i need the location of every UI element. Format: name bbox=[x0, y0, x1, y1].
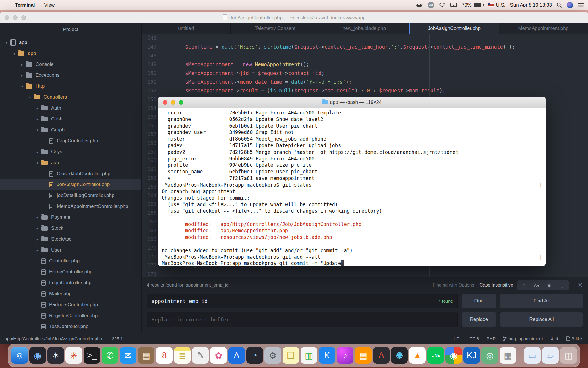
dock-activity-monitor-icon[interactable]: ◔ bbox=[246, 347, 263, 364]
close-find-panel-icon[interactable]: ✕ bbox=[578, 281, 583, 289]
dock-launchpad-icon[interactable]: ✶ bbox=[47, 347, 64, 364]
tree-file-controller-php[interactable]: Controller.php bbox=[0, 256, 141, 267]
dock-textedit-icon[interactable]: ✎ bbox=[192, 347, 209, 364]
notification-center-icon[interactable] bbox=[578, 3, 584, 7]
dock-photos-icon[interactable]: ✿ bbox=[210, 347, 227, 364]
tree-folder-stock[interactable]: ▸Stock bbox=[0, 223, 141, 234]
airplay-icon[interactable] bbox=[450, 3, 457, 8]
terminal-line: master df866054 Model_new_jobs add phone bbox=[162, 136, 542, 142]
dock-books-icon[interactable]: ▤ bbox=[355, 347, 372, 364]
dock-journal-icon[interactable]: ▤ bbox=[138, 347, 154, 364]
input-source-menu[interactable]: U.S. bbox=[488, 2, 505, 8]
regex-option-button[interactable]: .* bbox=[517, 280, 530, 290]
tree-file-mailer-php[interactable]: Mailer.php bbox=[0, 288, 141, 299]
tree-folder-auth[interactable]: ▸Auth bbox=[0, 103, 141, 114]
tree-file-jobassigncontroller-php[interactable]: JobAssignController.php bbox=[0, 179, 141, 190]
wifi-icon[interactable] bbox=[439, 3, 446, 8]
tree-file-memoappointmentcontroller-php[interactable]: MemoAppointmentController.php bbox=[0, 201, 141, 212]
terminal-window-title: app — -bash — 119×24 bbox=[158, 99, 546, 105]
tab-jobassigncontroller-php[interactable]: JobAssignController.php bbox=[409, 23, 499, 34]
cursor-position[interactable]: 225:1 bbox=[112, 336, 123, 341]
dock-line-icon[interactable]: LINE bbox=[427, 347, 444, 364]
git-pull-indicator[interactable]: ⬇ bbox=[550, 336, 554, 341]
tree-folder-graph[interactable]: ▾Graph bbox=[0, 124, 141, 135]
dock-kidbright-ide-icon[interactable]: KJ bbox=[463, 347, 480, 364]
tree-folder-console[interactable]: ▸Console bbox=[0, 59, 141, 70]
spotlight-search-icon[interactable] bbox=[556, 2, 562, 8]
find-button[interactable]: Find bbox=[462, 294, 496, 308]
dock-grid-app-icon[interactable]: ▦ bbox=[500, 347, 516, 364]
menu-app-name[interactable]: Terminal bbox=[11, 0, 38, 10]
tree-folder-controllers[interactable]: ▾Controllers bbox=[0, 92, 141, 103]
tab-untitled[interactable]: untitled bbox=[142, 23, 231, 34]
dock-finder-icon[interactable]: ☺ bbox=[11, 347, 28, 364]
find-all-button[interactable]: Find All bbox=[500, 294, 583, 308]
selection-option-button[interactable]: ▣ bbox=[543, 280, 556, 290]
dock-keynote-icon[interactable]: K bbox=[319, 347, 335, 364]
battery-icon[interactable] bbox=[473, 3, 483, 7]
whole-word-option-button[interactable]: ⎵ bbox=[556, 280, 569, 290]
find-input[interactable]: appointment_emp_id 4 found bbox=[147, 294, 458, 308]
replace-all-button[interactable]: Replace All bbox=[500, 312, 583, 327]
tree-folder-job[interactable]: ▾Job bbox=[0, 157, 141, 168]
editor-title-bar[interactable]: JobAssignController.php — ~/Desktop/lara… bbox=[0, 12, 588, 23]
menu-item-view[interactable]: View bbox=[41, 0, 65, 10]
tree-file-registercontroller-php[interactable]: RegisterController.php bbox=[0, 310, 141, 321]
dock-terminal-icon[interactable]: >_ bbox=[84, 347, 100, 364]
dock-stickies-icon[interactable]: ❏ bbox=[283, 347, 299, 364]
dock-siri-icon[interactable]: ◉ bbox=[29, 347, 46, 364]
dock-vlc-icon[interactable]: ▲ bbox=[409, 347, 426, 364]
tree-folder-payment[interactable]: ▸Payment bbox=[0, 212, 141, 223]
tree-folder-app[interactable]: ▾app bbox=[0, 37, 141, 48]
tree-folder-app[interactable]: ▾app bbox=[0, 48, 141, 59]
terminal-title-bar[interactable]: app — -bash — 119×24 bbox=[158, 97, 546, 108]
line-icon[interactable]: LINE bbox=[428, 2, 434, 8]
dock-calendar-icon[interactable]: 8 bbox=[156, 347, 173, 364]
tree-folder-exceptions[interactable]: ▸Exceptions bbox=[0, 70, 141, 81]
replace-input[interactable]: Replace in current buffer bbox=[147, 312, 458, 327]
dock-mail-icon[interactable]: ✉ bbox=[120, 347, 136, 364]
dock-notes-icon[interactable]: ≣ bbox=[174, 347, 191, 364]
terminal-content[interactable]: error 70e5b017 Page Error 404and500 temp… bbox=[158, 108, 546, 266]
tab-telemetry-consent[interactable]: Telemetry Consent bbox=[231, 23, 320, 34]
dock-chrome-icon[interactable]: ◉ bbox=[445, 347, 462, 364]
tree-folder-http[interactable]: ▾Http bbox=[0, 81, 141, 92]
tree-folder-cash[interactable]: ▸Cash bbox=[0, 114, 141, 124]
tab-new-jobs-blade-php[interactable]: new_jobs.blade.php bbox=[320, 23, 409, 34]
tree-file-jobdetaillogcontroller-php[interactable]: jobDetailLogController.php bbox=[0, 190, 141, 201]
replace-button[interactable]: Replace bbox=[462, 312, 496, 327]
tree-file-closedjobcontroller-php[interactable]: ClosedJobController.php bbox=[0, 168, 141, 179]
tree-folder-user[interactable]: ▸User bbox=[0, 245, 141, 256]
tree-file-logincontroller-php[interactable]: LoginController.php bbox=[0, 277, 141, 288]
dock-red-a-app-icon[interactable]: A bbox=[373, 347, 390, 364]
menu-bar-clock[interactable]: Sun Apr 8 10:13:33 bbox=[510, 2, 552, 8]
docker-icon[interactable] bbox=[416, 3, 423, 8]
git-push-indicator[interactable]: ⬆ bbox=[556, 336, 559, 341]
case-option-button[interactable]: Aa bbox=[530, 280, 543, 290]
encoding-indicator[interactable]: UTF-8 bbox=[466, 336, 479, 341]
tree-file-homecontroller-php[interactable]: HomeController.php bbox=[0, 267, 141, 277]
git-changed-files-indicator[interactable]: 3 files bbox=[566, 336, 584, 341]
dock-itunes-icon[interactable]: ♪ bbox=[337, 347, 353, 364]
tree-file-partnerscontroller-php[interactable]: PartnersController.php bbox=[0, 299, 141, 310]
dock-system-preferences-icon[interactable]: ⚙ bbox=[264, 347, 281, 364]
tree-file-testcontroller-php[interactable]: TestController.php bbox=[0, 321, 141, 332]
dock-downloads-folder-icon[interactable]: ▱ bbox=[542, 347, 559, 364]
tree-folder-gsys[interactable]: ▸Gsys bbox=[0, 146, 141, 157]
dock-facetime-icon[interactable]: ✆ bbox=[102, 347, 118, 364]
dock-documents-folder-icon[interactable]: ▭ bbox=[524, 347, 541, 364]
dock-trash-icon[interactable]: ◫ bbox=[560, 347, 577, 364]
tree-folder-stockasc[interactable]: ▸StockAsc bbox=[0, 234, 141, 245]
dock-atom-icon[interactable]: ◎ bbox=[481, 347, 498, 364]
dock-pinwheel-icon[interactable]: ✳ bbox=[65, 347, 82, 364]
tab-memoappointment-php[interactable]: MemoAppointment.php bbox=[499, 23, 588, 34]
line-ending-indicator[interactable]: LF bbox=[454, 336, 459, 341]
dock-app-store-icon[interactable]: A bbox=[228, 347, 245, 364]
tree-file-grapcontroller-php[interactable]: GrapController.php bbox=[0, 135, 141, 146]
git-branch-indicator[interactable]: bug_appointment bbox=[503, 336, 543, 341]
siri-icon[interactable] bbox=[567, 2, 573, 8]
language-indicator[interactable]: PHP bbox=[486, 336, 496, 341]
status-file-path[interactable]: app/Http/Controllers/Job/JobAssignContro… bbox=[5, 336, 102, 341]
dock-numbers-icon[interactable]: ▥ bbox=[301, 347, 317, 364]
dock-colorful-gear-app-icon[interactable]: ✺ bbox=[391, 347, 408, 364]
